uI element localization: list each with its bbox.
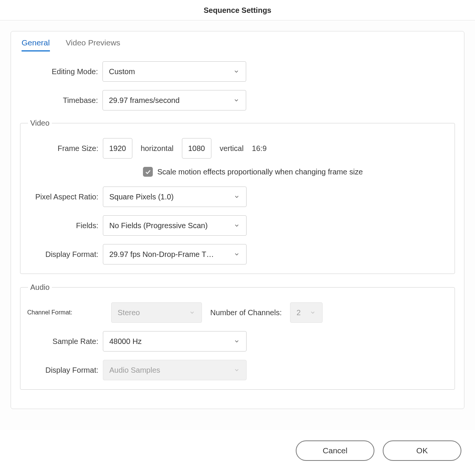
label-frame-size: Frame Size: <box>27 144 103 153</box>
tab-general[interactable]: General <box>22 38 50 51</box>
row-fields: Fields: No Fields (Progressive Scan) <box>27 215 448 236</box>
frame-height-input[interactable] <box>182 138 211 159</box>
scale-effects-checkbox[interactable] <box>143 167 153 177</box>
channel-format-value: Stereo <box>118 308 144 317</box>
aspect-ratio-text: 16:9 <box>252 144 267 153</box>
sample-rate-select[interactable]: 48000 Hz <box>103 331 247 352</box>
sequence-settings-dialog: Sequence Settings General Video Previews… <box>0 0 475 476</box>
label-display-format-video: Display Format: <box>27 250 103 259</box>
tab-bar: General Video Previews <box>20 37 455 51</box>
tab-video-previews[interactable]: Video Previews <box>66 38 120 51</box>
label-display-format-audio: Display Format: <box>27 366 103 375</box>
label-channel-format: Channel Format: <box>27 309 103 316</box>
dialog-content: General Video Previews Editing Mode: Cus… <box>0 20 475 430</box>
chevron-down-icon <box>189 309 196 316</box>
display-format-video-value: 29.97 fps Non-Drop-Frame T… <box>109 250 218 259</box>
chevron-down-icon <box>233 68 240 75</box>
dialog-title: Sequence Settings <box>0 0 475 20</box>
pixel-aspect-select[interactable]: Square Pixels (1.0) <box>103 187 247 207</box>
row-display-format-audio: Display Format: Audio Samples <box>27 360 448 380</box>
row-channel-format: Channel Format: Stereo Number of Channel… <box>27 302 448 323</box>
chevron-down-icon <box>233 97 240 104</box>
label-num-channels: Number of Channels: <box>210 308 282 317</box>
label-horizontal: horizontal <box>141 144 174 153</box>
fields-value: No Fields (Progressive Scan) <box>109 221 212 230</box>
timebase-select[interactable]: 29.97 frames/second <box>102 90 246 110</box>
label-vertical: vertical <box>220 144 244 153</box>
frame-size-inputs: horizontal vertical 16:9 <box>103 138 267 159</box>
label-fields: Fields: <box>27 221 103 230</box>
row-frame-size: Frame Size: horizontal vertical 16:9 <box>27 138 448 159</box>
editing-mode-value: Custom <box>109 67 140 76</box>
label-editing-mode: Editing Mode: <box>20 67 102 76</box>
num-channels-select: 2 <box>290 302 323 323</box>
label-timebase: Timebase: <box>20 96 102 105</box>
chevron-down-icon <box>233 367 240 373</box>
chevron-down-icon <box>309 309 316 316</box>
chevron-down-icon <box>233 338 240 345</box>
chevron-down-icon <box>233 222 240 229</box>
label-sample-rate: Sample Rate: <box>27 337 103 346</box>
video-group: Video Frame Size: horizontal vertical 16… <box>20 119 455 274</box>
chevron-down-icon <box>233 251 240 258</box>
timebase-value: 29.97 frames/second <box>109 96 184 105</box>
label-pixel-aspect: Pixel Aspect Ratio: <box>27 193 103 201</box>
row-scale-effects: Scale motion effects proportionally when… <box>143 167 448 177</box>
pixel-aspect-value: Square Pixels (1.0) <box>109 193 178 201</box>
video-group-legend: Video <box>28 119 52 128</box>
dialog-footer: Cancel OK <box>0 430 475 476</box>
row-editing-mode: Editing Mode: Custom <box>20 61 455 82</box>
row-pixel-aspect: Pixel Aspect Ratio: Square Pixels (1.0) <box>27 187 448 207</box>
ok-button[interactable]: OK <box>383 440 461 461</box>
num-channels-value: 2 <box>296 308 305 317</box>
row-timebase: Timebase: 29.97 frames/second <box>20 90 455 110</box>
sample-rate-value: 48000 Hz <box>109 337 146 346</box>
editing-mode-select[interactable]: Custom <box>102 61 246 82</box>
chevron-down-icon <box>233 193 240 200</box>
display-format-audio-select: Audio Samples <box>103 360 247 380</box>
cancel-button[interactable]: Cancel <box>296 440 374 461</box>
display-format-audio-value: Audio Samples <box>109 366 165 375</box>
row-sample-rate: Sample Rate: 48000 Hz <box>27 331 448 352</box>
settings-panel: General Video Previews Editing Mode: Cus… <box>11 31 464 409</box>
row-display-format-video: Display Format: 29.97 fps Non-Drop-Frame… <box>27 244 448 264</box>
audio-group-legend: Audio <box>28 283 52 292</box>
fields-select[interactable]: No Fields (Progressive Scan) <box>103 215 247 236</box>
channel-format-select: Stereo <box>111 302 202 323</box>
scale-effects-label: Scale motion effects proportionally when… <box>157 168 363 176</box>
display-format-video-select[interactable]: 29.97 fps Non-Drop-Frame T… <box>103 244 247 264</box>
audio-group: Audio Channel Format: Stereo Number of C… <box>20 283 455 390</box>
frame-width-input[interactable] <box>103 138 132 159</box>
